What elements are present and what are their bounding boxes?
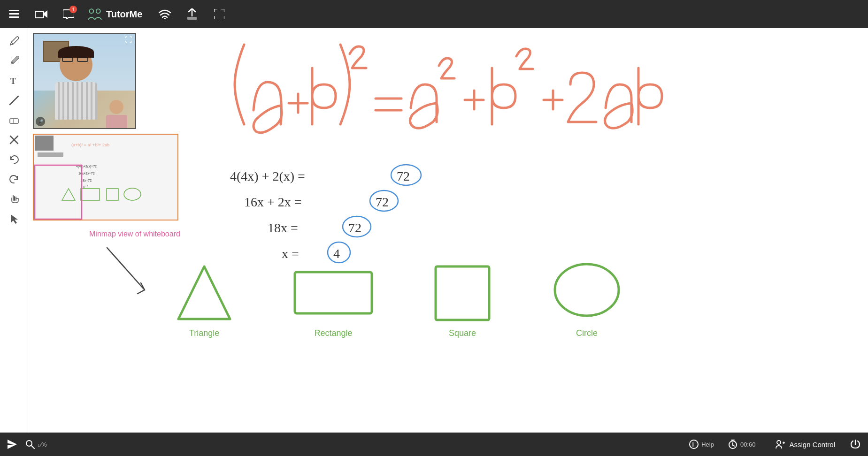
- mic-icon: 🎤: [36, 117, 45, 126]
- logo-text: TutorMe: [106, 9, 142, 20]
- expand-button[interactable]: ⛶: [125, 36, 133, 44]
- svg-text:18x =: 18x =: [268, 220, 298, 235]
- top-toolbar: TutorMe: [0, 0, 868, 28]
- svg-text:(a+b)² = a² +b²+ 2ab: (a+b)² = a² +b²+ 2ab: [71, 143, 109, 147]
- clear-tool[interactable]: [6, 131, 23, 148]
- svg-rect-21: [81, 189, 100, 200]
- svg-rect-52: [436, 266, 489, 320]
- tutorme-logo: TutorMe: [86, 8, 142, 21]
- svg-rect-0: [9, 10, 19, 11]
- svg-rect-29: [38, 152, 63, 157]
- fullscreen-icon[interactable]: [210, 5, 229, 23]
- svg-text:16x+2x=72: 16x+2x=72: [78, 172, 95, 175]
- webcam-container: 🎤 ⛶: [33, 33, 136, 129]
- timer-value: 00:60: [740, 441, 756, 448]
- svg-point-23: [124, 188, 141, 200]
- power-button[interactable]: [850, 439, 860, 449]
- svg-marker-54: [8, 440, 17, 449]
- svg-line-61: [733, 445, 735, 446]
- svg-text:16x + 2x =: 16x + 2x =: [244, 195, 302, 209]
- svg-line-56: [31, 446, 34, 448]
- marker-tool[interactable]: [6, 53, 23, 69]
- svg-text:72: 72: [348, 220, 361, 235]
- svg-line-18: [107, 248, 145, 290]
- search-button[interactable]: ⌕%: [25, 440, 47, 449]
- assign-control-button[interactable]: Assign Control: [769, 436, 841, 452]
- redo-tool[interactable]: [6, 171, 23, 188]
- formula-display: [230, 30, 746, 138]
- camera-icon[interactable]: [32, 5, 51, 23]
- svg-point-63: [777, 441, 781, 444]
- triangle-shape: Triangle: [174, 263, 235, 338]
- assign-control-label: Assign Control: [789, 441, 835, 448]
- svg-point-6: [96, 9, 100, 13]
- algebra-area: 4(4x) + 2(x) = 72 16x + 2x = 72 18x = 72…: [230, 160, 535, 269]
- svg-marker-4: [44, 10, 47, 18]
- svg-point-5: [89, 9, 93, 13]
- canvas-area[interactable]: 🎤 ⛶ Minmap view of whiteboard (a+b)² = a…: [28, 28, 868, 433]
- svg-line-12: [10, 96, 18, 105]
- svg-rect-22: [107, 189, 118, 200]
- bottom-bar: ⌕% i Help 00:60 Assign Control: [0, 433, 868, 456]
- pen-tool[interactable]: [6, 33, 23, 50]
- svg-rect-8: [187, 17, 197, 20]
- svg-rect-1: [9, 13, 19, 15]
- help-button[interactable]: i Help: [689, 440, 714, 449]
- svg-rect-51: [295, 272, 372, 313]
- svg-marker-20: [62, 189, 75, 200]
- svg-point-7: [164, 18, 166, 19]
- menu-icon[interactable]: [5, 5, 23, 23]
- search-label: ⌕%: [38, 441, 47, 448]
- shapes-area: Triangle Rectangle Square Circle: [174, 258, 849, 338]
- minimap: (a+b)² = a² +b²+ 2ab 4(4x)+2(x)=72 16x+2…: [33, 134, 178, 220]
- eraser-tool[interactable]: [6, 112, 23, 129]
- rectangle-label: Rectangle: [314, 328, 352, 338]
- rectangle-shape: Rectangle: [291, 263, 376, 338]
- help-label: Help: [701, 441, 714, 448]
- svg-text:72: 72: [397, 169, 410, 183]
- svg-marker-17: [11, 214, 18, 224]
- svg-point-55: [26, 441, 32, 446]
- minimap-label: Minmap view of whiteboard: [89, 230, 180, 238]
- chat-icon[interactable]: [59, 5, 78, 23]
- pan-tool[interactable]: [6, 190, 23, 207]
- undo-tool[interactable]: [6, 151, 23, 168]
- svg-point-53: [555, 264, 619, 316]
- svg-text:i: i: [692, 441, 694, 448]
- circle-shape: Circle: [549, 258, 624, 338]
- svg-text:x=4: x=4: [83, 185, 89, 188]
- left-sidebar: T: [0, 28, 28, 433]
- text-tool[interactable]: T: [6, 72, 23, 89]
- svg-rect-13: [10, 119, 18, 123]
- wifi-icon: [155, 5, 174, 23]
- svg-rect-30: [35, 165, 82, 219]
- select-tool[interactable]: [6, 210, 23, 227]
- svg-text:4(4x) + 2(x) =: 4(4x) + 2(x) =: [230, 169, 305, 183]
- svg-text:72: 72: [376, 195, 389, 209]
- minimap-arrow: [98, 243, 168, 299]
- circle-label: Circle: [576, 328, 598, 338]
- upload-icon[interactable]: [183, 5, 201, 23]
- square-shape: Square: [432, 263, 493, 338]
- svg-rect-3: [35, 11, 44, 18]
- send-icon[interactable]: [8, 440, 17, 449]
- svg-text:T: T: [10, 76, 16, 86]
- svg-text:18x=72: 18x=72: [81, 179, 92, 182]
- svg-rect-28: [35, 136, 54, 151]
- square-label: Square: [449, 328, 476, 338]
- timer-display: 00:60: [728, 440, 756, 449]
- svg-line-9: [11, 42, 13, 44]
- triangle-label: Triangle: [189, 328, 219, 338]
- svg-rect-2: [9, 16, 19, 18]
- line-tool[interactable]: [6, 92, 23, 109]
